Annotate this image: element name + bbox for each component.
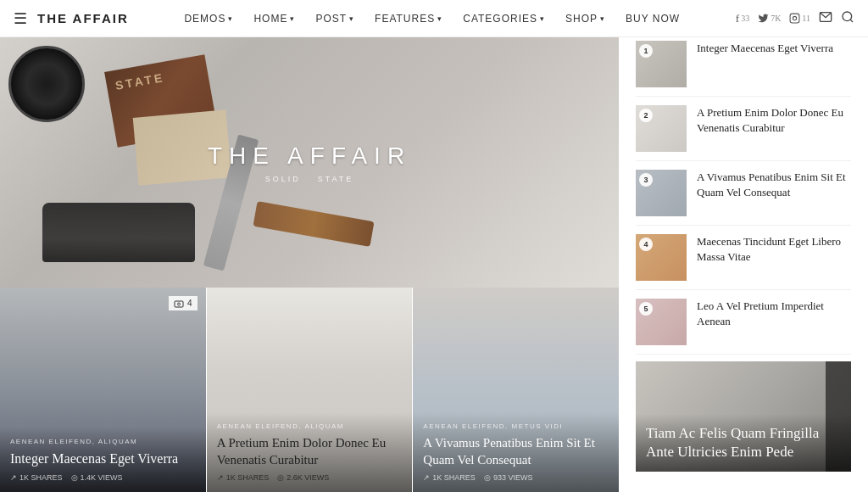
card-2-tags: AENEAN ELEIFEND, ALIQUAM bbox=[217, 422, 403, 430]
svg-rect-6 bbox=[175, 301, 183, 307]
sidebar-title-3: A Vivamus Penatibus Enim Sit Et Quam Vel… bbox=[697, 170, 851, 199]
svg-point-7 bbox=[178, 303, 181, 305]
facebook-count: 33 bbox=[741, 14, 749, 23]
hero-image[interactable]: THE AFFAIR SOLID STATE bbox=[0, 37, 619, 288]
svg-point-1 bbox=[793, 16, 797, 20]
sidebar-item-number-1: 1 bbox=[639, 44, 653, 58]
instagram-icon bbox=[789, 13, 800, 24]
sidebar-item-3[interactable]: 3 A Vivamus Penatibus Enim Sit Et Quam V… bbox=[636, 161, 851, 226]
sidebar-item-5[interactable]: 5 Leo A Vel Pretium Imperdiet Aenean bbox=[636, 290, 851, 355]
eye-icon: ◎ bbox=[277, 473, 284, 482]
chevron-down-icon: ▾ bbox=[600, 14, 605, 23]
twitter-count: 7K bbox=[771, 14, 781, 23]
sidebar-thumb-5: 5 bbox=[636, 299, 687, 345]
sidebar-item-number-3: 3 bbox=[639, 173, 653, 187]
header-left: ☰ THE AFFAIR bbox=[14, 9, 129, 28]
chevron-down-icon: ▾ bbox=[228, 14, 233, 23]
mail-icon[interactable] bbox=[819, 10, 832, 27]
sidebar-title-5: Leo A Vel Pretium Imperdiet Aenean bbox=[697, 299, 851, 328]
nav-item-post[interactable]: POST▾ bbox=[315, 13, 354, 25]
card-3[interactable]: AENEAN ELEIFEND, METUS VIDI A Vivamus Pe… bbox=[413, 288, 619, 492]
nav-item-shop[interactable]: SHOP▾ bbox=[565, 13, 605, 25]
cards-row: 4 AENEAN ELEIFEND, ALIQUAM Integer Maece… bbox=[0, 288, 619, 492]
facebook-social[interactable]: f 33 bbox=[736, 12, 749, 25]
card-image-count: 4 bbox=[169, 296, 198, 310]
card-1-views: ◎ 1.4K VIEWS bbox=[71, 473, 123, 482]
sidebar-item-number-2: 2 bbox=[639, 109, 653, 122]
card-1[interactable]: 4 AENEAN ELEIFEND, ALIQUAM Integer Maece… bbox=[0, 288, 207, 492]
share-icon: ↗ bbox=[10, 473, 17, 482]
nav-item-categories[interactable]: CATEGORIES▾ bbox=[463, 13, 545, 25]
banner-title: Tiam Ac Felis Quam Fringilla Ante Ultric… bbox=[646, 424, 841, 461]
eye-icon: ◎ bbox=[71, 473, 78, 482]
svg-point-2 bbox=[798, 15, 798, 16]
card-3-tags: AENEAN ELEIFEND, METUS VIDI bbox=[423, 422, 609, 430]
sidebar-info-5: Leo A Vel Pretium Imperdiet Aenean bbox=[697, 299, 851, 328]
banner-overlay: Tiam Ac Felis Quam Fringilla Ante Ultric… bbox=[636, 414, 851, 472]
nav-item-demos[interactable]: DEMOS▾ bbox=[184, 13, 233, 25]
sidebar-item-number-4: 4 bbox=[639, 238, 653, 251]
sidebar-banner[interactable]: Tiam Ac Felis Quam Fringilla Ante Ultric… bbox=[636, 361, 851, 472]
chevron-down-icon: ▾ bbox=[437, 14, 442, 23]
card-3-meta: ↗ 1K SHARES ◎ 933 VIEWS bbox=[423, 473, 609, 482]
card-2-meta: ↗ 1K SHARES ◎ 2.6K VIEWS bbox=[217, 473, 403, 482]
hero-title: THE AFFAIR bbox=[208, 143, 411, 170]
card-3-shares: ↗ 1K SHARES bbox=[423, 473, 476, 482]
twitter-icon bbox=[758, 13, 769, 24]
card-1-meta: ↗ 1K SHARES ◎ 1.4K VIEWS bbox=[10, 473, 196, 482]
svg-point-4 bbox=[843, 12, 852, 21]
hero-lens-decoration bbox=[8, 46, 85, 122]
card-2[interactable]: AENEAN ELEIFEND, ALIQUAM A Pretium Enim … bbox=[207, 288, 414, 492]
card-2-title: A Pretium Enim Dolor Donec Eu Venenatis … bbox=[217, 435, 403, 468]
nav-item-features[interactable]: FEATURES▾ bbox=[375, 13, 442, 25]
chevron-down-icon: ▾ bbox=[349, 14, 354, 23]
card-1-title: Integer Maecenas Eget Viverra bbox=[10, 450, 196, 468]
header: ☰ THE AFFAIR DEMOS▾ HOME▾ POST▾ FEATURES… bbox=[0, 0, 868, 37]
hero-leather-decoration bbox=[253, 201, 374, 247]
svg-rect-0 bbox=[790, 14, 799, 23]
facebook-icon: f bbox=[736, 12, 739, 25]
sidebar-thumb-2: 2 bbox=[636, 105, 687, 152]
content-area: THE AFFAIR SOLID STATE 4 AENEAN ELEIFEND… bbox=[0, 37, 619, 492]
hamburger-icon[interactable]: ☰ bbox=[14, 9, 27, 28]
sidebar-item-4[interactable]: 4 Maecenas Tincidunt Eget Libero Massa V… bbox=[636, 226, 851, 290]
sidebar-info-1: Integer Maecenas Eget Viverra bbox=[697, 41, 851, 56]
nav-item-buynow[interactable]: BUY NOW bbox=[626, 13, 680, 25]
sidebar-thumb-3: 3 bbox=[636, 170, 687, 216]
hero-sunglasses-decoration bbox=[42, 203, 195, 262]
chevron-down-icon: ▾ bbox=[540, 14, 545, 23]
search-icon[interactable] bbox=[841, 10, 854, 27]
sidebar-thumb-1: 1 bbox=[636, 41, 687, 87]
sidebar-info-4: Maecenas Tincidunt Eget Libero Massa Vit… bbox=[697, 234, 851, 264]
twitter-social[interactable]: 7K bbox=[758, 13, 781, 24]
main-nav: DEMOS▾ HOME▾ POST▾ FEATURES▾ CATEGORIES▾… bbox=[184, 13, 680, 25]
sidebar-info-3: A Vivamus Penatibus Enim Sit Et Quam Vel… bbox=[697, 170, 851, 199]
card-2-overlay: AENEAN ELEIFEND, ALIQUAM A Pretium Enim … bbox=[207, 412, 413, 492]
hero-subtitle1: SOLID bbox=[265, 175, 301, 183]
instagram-count: 11 bbox=[802, 14, 810, 23]
sidebar-title-2: A Pretium Enim Dolor Donec Eu Venenatis … bbox=[697, 105, 851, 135]
card-3-title: A Vivamus Penatibus Enim Sit Et Quam Vel… bbox=[423, 435, 609, 468]
site-logo[interactable]: THE AFFAIR bbox=[37, 11, 129, 25]
header-right: f 33 7K 11 bbox=[736, 10, 854, 27]
sidebar-title-1: Integer Maecenas Eget Viverra bbox=[697, 41, 851, 56]
sidebar: 1 Integer Maecenas Eget Viverra 2 A Pret… bbox=[619, 37, 868, 492]
sidebar-info-2: A Pretium Enim Dolor Donec Eu Venenatis … bbox=[697, 105, 851, 135]
hero-title-overlay: THE AFFAIR SOLID STATE bbox=[208, 143, 411, 183]
card-1-shares: ↗ 1K SHARES bbox=[10, 473, 63, 482]
instagram-social[interactable]: 11 bbox=[789, 13, 810, 24]
hero-subtitle2: STATE bbox=[318, 175, 354, 183]
card-1-tags: AENEAN ELEIFEND, ALIQUAM bbox=[10, 438, 196, 445]
nav-item-home[interactable]: HOME▾ bbox=[253, 13, 295, 25]
sidebar-item-number-5: 5 bbox=[639, 302, 653, 316]
card-3-overlay: AENEAN ELEIFEND, METUS VIDI A Vivamus Pe… bbox=[413, 412, 619, 492]
svg-line-5 bbox=[850, 20, 853, 22]
sidebar-item-2[interactable]: 2 A Pretium Enim Dolor Donec Eu Venenati… bbox=[636, 97, 851, 161]
sidebar-item-1[interactable]: 1 Integer Maecenas Eget Viverra bbox=[636, 37, 851, 97]
card-1-overlay: AENEAN ELEIFEND, ALIQUAM Integer Maecena… bbox=[0, 428, 206, 492]
sidebar-thumb-4: 4 bbox=[636, 234, 687, 281]
share-icon: ↗ bbox=[217, 473, 224, 482]
card-2-views: ◎ 2.6K VIEWS bbox=[277, 473, 329, 482]
sidebar-list: 1 Integer Maecenas Eget Viverra 2 A Pret… bbox=[636, 37, 851, 355]
chevron-down-icon: ▾ bbox=[290, 14, 295, 23]
